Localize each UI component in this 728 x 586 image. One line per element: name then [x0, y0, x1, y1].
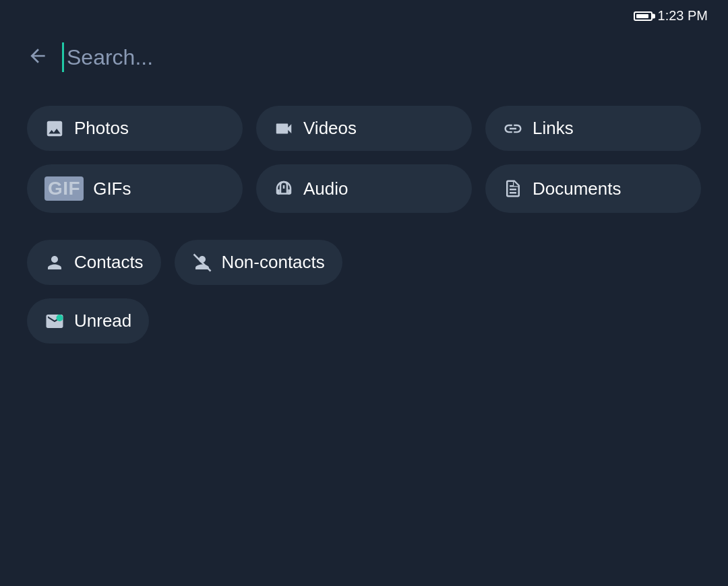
filter-audio-button[interactable]: Audio — [256, 164, 472, 213]
contacts-label: Contacts — [74, 252, 144, 273]
audio-label: Audio — [303, 178, 348, 199]
filter-links-button[interactable]: Links — [485, 106, 701, 151]
video-icon — [274, 119, 294, 139]
unread-label: Unread — [74, 311, 131, 331]
non-contacts-icon — [192, 253, 212, 273]
image-icon — [44, 119, 65, 139]
status-bar: 1:23 PM — [0, 0, 728, 29]
document-icon — [503, 178, 523, 199]
videos-label: Videos — [303, 118, 357, 139]
gif-icon: GIF — [44, 176, 84, 201]
link-icon — [503, 119, 523, 139]
filter-non-contacts-button[interactable]: Non-contacts — [175, 240, 342, 285]
search-input-area[interactable]: Search... — [62, 42, 701, 72]
contacts-icon — [44, 253, 65, 273]
photos-label: Photos — [74, 118, 129, 139]
search-placeholder: Search... — [67, 45, 153, 70]
filter-videos-button[interactable]: Videos — [256, 106, 472, 151]
documents-label: Documents — [533, 178, 621, 199]
links-label: Links — [533, 118, 574, 139]
unread-icon — [44, 311, 65, 331]
back-button[interactable] — [27, 45, 49, 70]
filter-gifs-button[interactable]: GIF GIFs — [27, 164, 243, 213]
filter-documents-button[interactable]: Documents — [485, 164, 701, 213]
status-time: 1:23 PM — [658, 8, 708, 24]
search-bar: Search... — [0, 29, 728, 92]
audio-icon — [274, 178, 294, 199]
gifs-label: GIFs — [93, 178, 131, 199]
contact-row: Contacts Non-contacts — [0, 233, 728, 292]
battery-icon — [634, 11, 653, 21]
unread-row: Unread — [0, 292, 728, 350]
filter-photos-button[interactable]: Photos — [27, 106, 243, 151]
filter-unread-button[interactable]: Unread — [27, 298, 149, 344]
filter-grid-row1: Photos Videos Links GIF GIFs — [0, 92, 728, 226]
cursor — [62, 42, 64, 72]
filter-contacts-button[interactable]: Contacts — [27, 240, 161, 285]
svg-point-1 — [57, 315, 63, 321]
non-contacts-label: Non-contacts — [222, 252, 325, 273]
